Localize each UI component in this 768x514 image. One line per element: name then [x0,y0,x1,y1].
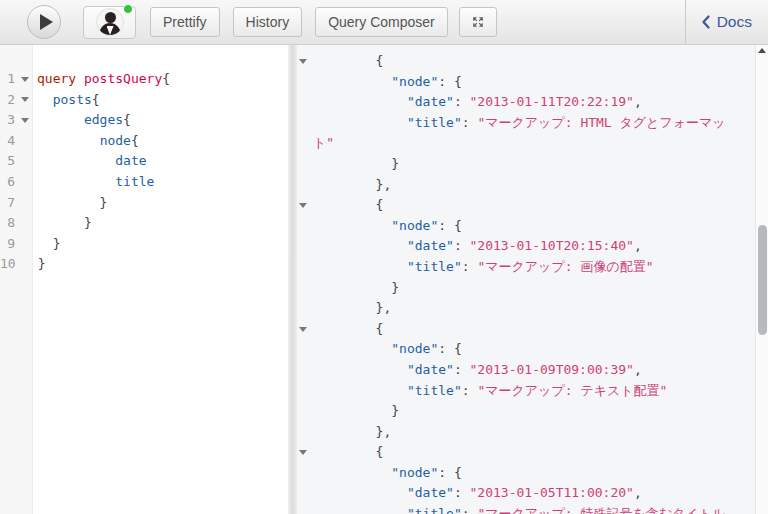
line-number: 9 [0,234,16,255]
query-composer-button[interactable]: Query Composer [315,7,448,37]
code-line: 7 } [0,193,288,214]
result-line: "node": { [297,72,768,93]
fold-arrow-icon[interactable] [21,97,29,102]
code-line: 8 } [0,213,288,234]
code-text: } [309,154,399,175]
code-text: "date": "2013-01-05T11:00:20", [309,483,642,504]
result-line: "node": { [297,339,768,360]
code-text: } [33,234,60,255]
result-line: ト" [297,133,768,154]
pane-resize-divider[interactable] [288,45,297,514]
online-status-dot [123,4,133,14]
result-line: "date": "2013-01-11T20:22:19", [297,92,768,113]
code-text: "date": "2013-01-11T20:22:19", [309,92,642,113]
result-line: "date": "2013-01-10T20:15:40", [297,236,768,257]
code-text: { [309,51,383,72]
code-text: "title": "マークアップ: 画像の配置" [309,257,654,278]
code-text: "title": "マークアップ: 特殊記号を含むタイトル [309,504,725,514]
code-text: } [34,254,46,275]
code-text: "date": "2013-01-09T09:00:39", [309,360,642,381]
code-text: "node": { [309,216,462,237]
line-number: 2 [0,90,16,111]
code-line: 5 date [0,151,288,172]
code-text: posts{ [33,90,100,111]
result-line: }, [297,298,768,319]
fold-gutter [16,97,33,102]
fold-gutter [297,203,309,208]
result-scrollbar[interactable] [755,45,768,514]
fold-arrow-icon[interactable] [299,59,307,64]
fold-arrow-icon[interactable] [299,203,307,208]
result-line: "node": { [297,216,768,237]
fold-arrow-icon[interactable] [299,450,307,455]
code-text: "node": { [309,72,462,93]
fold-arrow-icon[interactable] [21,77,29,82]
code-text: edges{ [33,110,131,131]
result-line: }, [297,175,768,196]
fold-gutter [16,77,33,82]
fold-gutter [297,327,309,332]
fullscreen-button[interactable] [459,7,497,37]
line-number: 8 [0,213,16,234]
code-text: } [309,401,399,422]
fold-gutter [297,59,309,64]
line-number: 3 [0,110,16,131]
code-text: { [309,319,383,340]
code-text: "title": "マークアップ: テキスト配置" [309,381,667,402]
line-number: 4 [0,131,16,152]
code-text: "title": "マークアップ: HTML タグとフォーマッ [309,113,726,134]
fullscreen-icon [472,14,484,30]
line-number: 5 [0,151,16,172]
code-text: ト" [309,133,334,154]
code-text: node{ [33,131,139,152]
result-line: "title": "マークアップ: 特殊記号を含むタイトル [297,504,768,514]
result-line: "title": "マークアップ: テキスト配置" [297,381,768,402]
code-line: 10} [0,254,288,275]
fold-arrow-icon[interactable] [21,118,29,123]
avatar-button[interactable] [83,6,136,39]
code-text: title [33,172,154,193]
result-line: { [297,442,768,463]
code-text: }, [309,298,391,319]
chevron-left-icon [700,14,711,30]
line-number: 1 [0,69,16,90]
code-text: } [33,213,92,234]
docs-link-label: Docs [717,13,752,31]
code-text: } [33,193,107,214]
prettify-button[interactable]: Prettify [150,7,220,37]
code-text: { [309,442,383,463]
code-text: date [33,151,147,172]
fold-gutter [297,450,309,455]
code-text: query postsQuery{ [33,69,170,90]
result-line: "date": "2013-01-09T09:00:39", [297,360,768,381]
code-line: 2 posts{ [0,90,288,111]
result-line: "title": "マークアップ: 画像の配置" [297,257,768,278]
scroll-up-arrow-icon[interactable] [758,48,766,53]
result-line: }, [297,422,768,443]
result-line: } [297,401,768,422]
scrollbar-thumb[interactable] [758,225,767,335]
result-line: { [297,195,768,216]
result-line: "date": "2013-01-05T11:00:20", [297,483,768,504]
fold-gutter [16,118,33,123]
fold-arrow-icon[interactable] [299,327,307,332]
main-area: 1query postsQuery{2 posts{3 edges{4 node… [0,45,768,514]
line-number: 10 [0,254,17,275]
toolbar: Prettify History Query Composer Docs [0,0,768,45]
code-line: 1query postsQuery{ [0,69,288,90]
result-line: "node": { [297,463,768,484]
code-text: { [309,195,383,216]
result-line: { [297,51,768,72]
code-text: "node": { [309,463,462,484]
code-text: "node": { [309,339,462,360]
execute-query-button[interactable] [27,5,61,39]
user-avatar [96,8,124,36]
result-viewer: { "node": { "date": "2013-01-11T20:22:19… [297,45,768,514]
query-editor[interactable]: 1query postsQuery{2 posts{3 edges{4 node… [0,45,288,514]
history-button[interactable]: History [233,7,303,37]
query-code[interactable]: 1query postsQuery{2 posts{3 edges{4 node… [0,45,288,275]
play-icon [40,14,53,30]
result-line: "title": "マークアップ: HTML タグとフォーマッ [297,113,768,134]
code-line: 3 edges{ [0,110,288,131]
docs-link[interactable]: Docs [685,0,768,45]
